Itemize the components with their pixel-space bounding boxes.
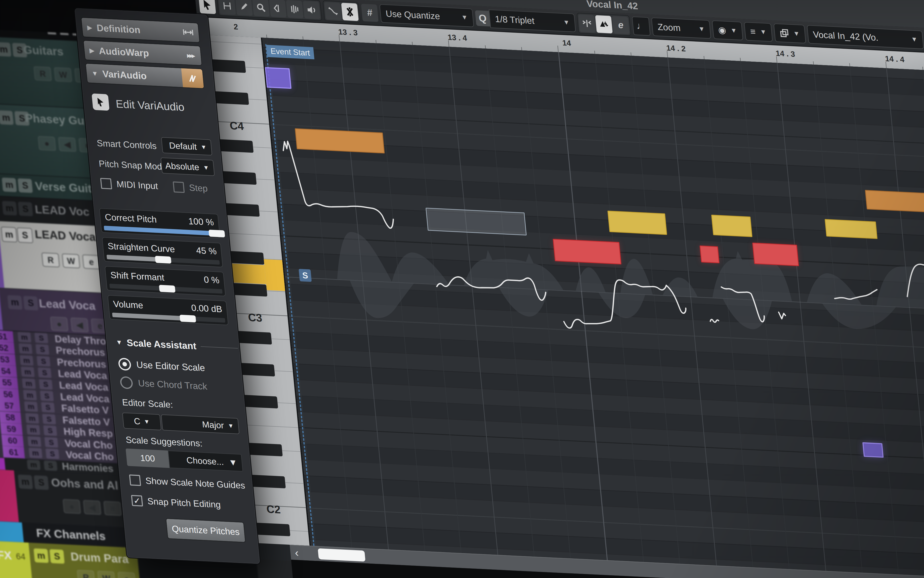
- black-key[interactable]: [211, 59, 246, 73]
- solo-button[interactable]: S: [49, 549, 65, 564]
- scale-type-dropdown[interactable]: Major ▼: [161, 414, 240, 434]
- audiowarp-arrows-icon[interactable]: ▸▸▸: [179, 45, 201, 65]
- draw-tool[interactable]: [235, 0, 253, 16]
- automation-button-◀[interactable]: ◀: [83, 500, 101, 515]
- solo-button[interactable]: S: [38, 367, 52, 378]
- use-quantize-dropdown[interactable]: Use Quantize ▼: [379, 4, 474, 27]
- mute-button[interactable]: m: [28, 436, 41, 447]
- slider-shift-formant[interactable]: Shift Formant0 %: [105, 266, 226, 297]
- solo-button[interactable]: S: [23, 296, 38, 311]
- highlighted-key-d3[interactable]: [264, 259, 285, 291]
- track-oohs[interactable]: mSOohs and Al●◀≡: [0, 468, 135, 528]
- track-selector-dropdown[interactable]: Vocal In_42 (Vo. ▼: [807, 25, 924, 49]
- grid-toggle[interactable]: #: [361, 4, 379, 22]
- mute-button[interactable]: m: [18, 332, 31, 343]
- black-key[interactable]: [250, 475, 286, 488]
- black-key[interactable]: [213, 91, 249, 105]
- mute-button[interactable]: m: [7, 295, 23, 310]
- solo-button[interactable]: S: [45, 448, 59, 459]
- mute-button[interactable]: m: [0, 110, 14, 125]
- midi-input-checkbox[interactable]: MIDI Input: [100, 178, 158, 192]
- black-key[interactable]: [218, 139, 254, 153]
- section-variaudio[interactable]: ▼ VariAudio: [85, 63, 205, 89]
- black-key[interactable]: [221, 171, 257, 185]
- segments-icon-active[interactable]: [595, 15, 613, 33]
- snap-pitch-editing-checkbox[interactable]: ✓ Snap Pitch Editing: [131, 495, 221, 510]
- solo-button[interactable]: S: [18, 202, 33, 216]
- highlighted-key-d3[interactable]: [230, 263, 266, 284]
- mute-button[interactable]: m: [2, 201, 17, 216]
- audio-quantize-icon[interactable]: [578, 14, 596, 32]
- automation-button-●[interactable]: ●: [38, 136, 56, 151]
- solo-button[interactable]: S: [41, 402, 55, 413]
- eye-view-dropdown[interactable]: ◉ ▼: [712, 20, 743, 40]
- slider-correct-pitch[interactable]: Correct Pitch100 %: [99, 208, 220, 239]
- mute-button[interactable]: m: [27, 459, 41, 470]
- slider-track[interactable]: [109, 284, 222, 294]
- automation-button-r[interactable]: R: [42, 252, 60, 267]
- object-selection-tool[interactable]: [198, 0, 216, 14]
- black-key[interactable]: [232, 283, 267, 297]
- slider-handle[interactable]: [180, 315, 196, 322]
- mute-button[interactable]: m: [0, 42, 11, 57]
- edit-icon[interactable]: e: [612, 16, 630, 34]
- slider-track[interactable]: [104, 226, 217, 235]
- slider-volume[interactable]: Volume0.00 dB: [107, 295, 228, 325]
- mute-button[interactable]: m: [25, 413, 39, 424]
- mute-button[interactable]: m: [34, 549, 49, 563]
- trim-tool[interactable]: [269, 0, 287, 18]
- track-lead-voca[interactable]: mSLead Voca●◀e: [0, 286, 116, 336]
- mute-button[interactable]: m: [19, 355, 34, 366]
- automation-button-w[interactable]: W: [97, 571, 115, 578]
- mute-button[interactable]: m: [1, 227, 18, 242]
- slider-track[interactable]: [112, 313, 226, 323]
- cut-tool-active[interactable]: [341, 3, 359, 21]
- scale-assistant-header[interactable]: ▼ Scale Assistant: [115, 337, 238, 354]
- slider-handle[interactable]: [155, 256, 172, 263]
- automation-button-r[interactable]: R: [77, 570, 95, 578]
- scrollbar-thumb[interactable]: [318, 549, 365, 562]
- quantize-pitches-button[interactable]: Quantize Pitches: [166, 518, 246, 543]
- mute-button[interactable]: m: [22, 378, 36, 389]
- note-length-icon[interactable]: ♩: [632, 16, 650, 36]
- mute-button[interactable]: m: [21, 367, 35, 377]
- solo-button[interactable]: S: [34, 476, 49, 490]
- mute-button[interactable]: m: [18, 474, 33, 489]
- slider-handle[interactable]: [159, 285, 175, 292]
- zoom-tool[interactable]: [252, 0, 270, 17]
- automation-button-●[interactable]: ●: [63, 499, 81, 514]
- mute-button[interactable]: m: [24, 401, 38, 412]
- mute-button[interactable]: m: [2, 177, 17, 192]
- solo-button[interactable]: S: [42, 414, 56, 424]
- zoom-dropdown[interactable]: Zoom ▼: [651, 18, 711, 39]
- black-key[interactable]: [242, 395, 278, 409]
- warp-curve-tool[interactable]: [324, 2, 342, 20]
- mute-button[interactable]: m: [23, 390, 37, 401]
- show-scale-note-guides-checkbox[interactable]: Show Scale Note Guides: [129, 474, 245, 491]
- section-audiowarp[interactable]: ▶ AudioWarp ▸▸▸: [83, 40, 202, 66]
- solo-button[interactable]: S: [44, 437, 58, 448]
- pitch-note-display[interactable]: S: [262, 38, 924, 578]
- mute-button[interactable]: m: [26, 424, 40, 435]
- solo-button[interactable]: S: [43, 425, 57, 436]
- solo-button[interactable]: S: [18, 178, 33, 193]
- solo-button[interactable]: S: [39, 379, 53, 390]
- slider-handle[interactable]: [208, 230, 225, 237]
- step-checkbox[interactable]: Step: [173, 182, 208, 194]
- scale-key-dropdown[interactable]: C ▼: [122, 412, 162, 430]
- automation-button-w[interactable]: W: [62, 253, 80, 268]
- segment-s-badge[interactable]: S: [299, 269, 312, 282]
- mute-button[interactable]: m: [29, 448, 42, 458]
- solo-button[interactable]: S: [44, 461, 58, 471]
- slider-straighten-curve[interactable]: Straighten Curve45 %: [102, 237, 223, 267]
- scroll-left-arrow[interactable]: ‹: [294, 546, 299, 559]
- pitch-snap-dropdown[interactable]: Absolute ▼: [161, 157, 215, 176]
- solo-button[interactable]: S: [40, 391, 54, 401]
- smart-controls-dropdown[interactable]: Default ▼: [161, 137, 212, 156]
- mute-button[interactable]: m: [19, 343, 32, 354]
- black-key[interactable]: [255, 523, 291, 536]
- automation-button-◀[interactable]: ◀: [58, 137, 76, 152]
- black-key[interactable]: [224, 203, 260, 217]
- black-key[interactable]: [229, 251, 265, 265]
- lanes-dropdown[interactable]: ≡ ▼: [744, 22, 773, 42]
